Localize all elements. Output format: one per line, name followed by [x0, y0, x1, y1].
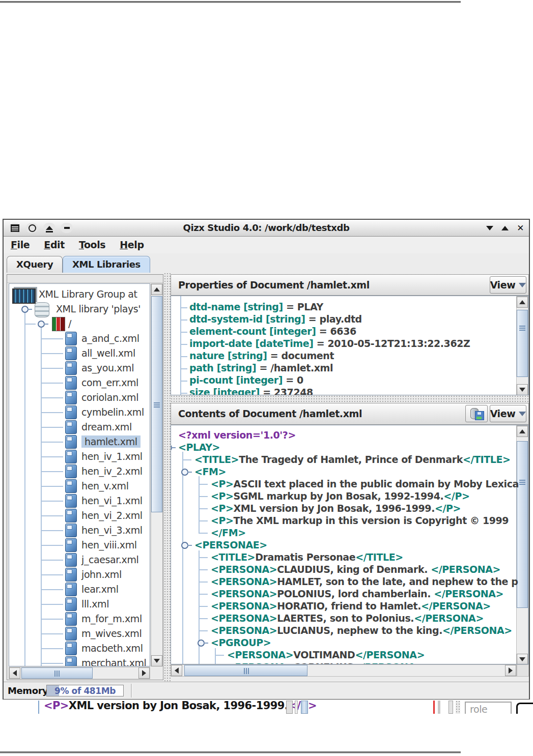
tree-item-lear.xml[interactable]: lear.xml [9, 582, 150, 597]
tree-item-lll.xml[interactable]: lll.xml [9, 597, 150, 612]
tree-item-XMLLibraryGroupat[interactable]: XML Library Group at [9, 287, 150, 302]
property-row-pi-count[interactable]: pi-count [integer] = 0 [171, 374, 528, 387]
xml-node-line[interactable]: </FM> [211, 527, 246, 539]
vertical-split-divider[interactable] [164, 273, 171, 682]
xml-node-line[interactable]: <?xml version='1.0'?> [178, 429, 296, 442]
menu-edit[interactable]: Edit [44, 239, 65, 250]
scroll-right-button[interactable] [505, 665, 516, 676]
xml-node-line[interactable]: <P>XML version by Jon Bosak, 1996-1999.<… [211, 503, 461, 515]
xml-node-line[interactable]: <PERSONA>HAMLET, son to the late, and ne… [211, 576, 518, 588]
tree-item-a_and_c.xml[interactable]: a_and_c.xml [9, 331, 150, 346]
xml-node-line[interactable]: <PGROUP> [211, 637, 271, 649]
export-button[interactable] [465, 405, 488, 422]
tree-item-hen_iv_2.xml[interactable]: hen_iv_2.xml [9, 464, 150, 479]
save-disk-icon [475, 411, 484, 420]
tree-item-j_caesar.xml[interactable]: j_caesar.xml [9, 553, 150, 567]
tree-item-cymbelin.xml[interactable]: cymbelin.xml [9, 405, 150, 420]
xml-node-line[interactable]: <P>ASCII text placed in the public domai… [211, 478, 519, 490]
tree-item-hen_v.xml[interactable]: hen_v.xml [9, 479, 150, 493]
tree-item-hen_viii.xml[interactable]: hen_viii.xml [9, 538, 150, 553]
tree-item-hen_vi_1.xml[interactable]: hen_vi_1.xml [9, 493, 150, 508]
tree-item-merchant.xml[interactable]: merchant.xml [9, 656, 150, 666]
tab-xml-libraries[interactable]: XML Libraries [63, 256, 150, 273]
xml-node-line[interactable]: <PERSONA>LUCIANUS, nephew to the king.</… [211, 625, 512, 637]
property-row-import-date[interactable]: import-date [dateTime] = 2010-05-12T21:1… [171, 338, 528, 350]
expand-handle-icon[interactable] [198, 639, 205, 647]
scroll-down-button[interactable] [517, 654, 528, 664]
xml-node-line[interactable]: <PERSONA>CLAUDIUS, king of Denmark. </PE… [211, 564, 500, 576]
scroll-down-button[interactable] [151, 655, 162, 666]
xml-node-line[interactable]: <PERSONA>HORATIO, friend to Hamlet.</PER… [211, 600, 491, 613]
roll-up-icon[interactable] [501, 226, 509, 230]
menu-tools[interactable]: Tools [79, 239, 105, 250]
contents-view-button[interactable]: View [490, 405, 526, 422]
property-row-dtd-name[interactable]: dtd-name [string] = PLAY [171, 301, 528, 313]
menu-file[interactable]: File [11, 239, 30, 250]
xml-node-line[interactable]: <PERSONA>POLONIUS, lord chamberlain. </P… [211, 588, 503, 600]
property-text: pi-count [integer] = 0 [189, 374, 303, 386]
tree-branch-line [42, 397, 63, 398]
tree-branch-line [42, 412, 63, 413]
tree-item-m_for_m.xml[interactable]: m_for_m.xml [9, 612, 150, 626]
contents-hscrollbar[interactable] [171, 664, 517, 677]
xml-node-line[interactable]: <TITLE>The Tragedy of Hamlet, Prince of … [194, 454, 511, 466]
xml-node-line[interactable]: <FM> [194, 466, 226, 478]
tab-xquery[interactable]: XQuery [7, 256, 63, 273]
tree-item-hen_vi_3.xml[interactable]: hen_vi_3.xml [9, 523, 150, 538]
tree-vscrollbar[interactable] [151, 283, 163, 666]
contents-vscrollbar[interactable] [516, 425, 528, 664]
expand-handle-icon[interactable] [21, 306, 29, 313]
tree-item-hen_iv_1.xml[interactable]: hen_iv_1.xml [9, 449, 150, 464]
property-row-size[interactable]: size [integer] = 237248 [171, 387, 528, 395]
tree-item-com_err.xml[interactable]: com_err.xml [9, 375, 150, 390]
tree-hscroll-thumb[interactable] [21, 667, 93, 679]
tree-item-coriolan.xml[interactable]: coriolan.xml [9, 390, 150, 405]
contents-vscroll-thumb[interactable] [517, 441, 528, 608]
expand-handle-icon[interactable] [171, 444, 172, 451]
tree-item-as_you.xml[interactable]: as_you.xml [9, 361, 150, 375]
xml-node-line[interactable]: <PERSONAE> [194, 539, 267, 551]
scroll-right-button[interactable] [138, 667, 150, 679]
roll-down-icon[interactable] [486, 226, 493, 230]
xml-node-line[interactable]: <P>SGML markup by Jon Bosak, 1992-1994.<… [211, 490, 469, 503]
property-row-nature[interactable]: nature [string] = document [171, 350, 528, 362]
horizontal-split-divider[interactable] [171, 395, 529, 403]
tree-branch-line [42, 427, 63, 428]
expand-handle-icon[interactable] [181, 542, 188, 549]
scroll-up-button[interactable] [517, 426, 528, 437]
xml-node-line[interactable]: <PLAY> [178, 442, 220, 454]
expand-handle-icon[interactable] [181, 469, 188, 476]
tree-item-all_well.xml[interactable]: all_well.xml [9, 346, 150, 361]
tree-item-XMLlibraryplays[interactable]: XML library 'plays' [9, 302, 150, 316]
contents-hscroll-thumb[interactable] [184, 665, 307, 676]
menu-help[interactable]: Help [120, 239, 144, 250]
properties-list: dtd-name [string] = PLAYdtd-system-id [s… [171, 296, 529, 395]
properties-view-button[interactable]: View [490, 276, 526, 294]
xml-node-line[interactable]: <TITLE>Dramatis Personae</TITLE> [211, 551, 403, 564]
property-row-path[interactable]: path [string] = /hamlet.xml [171, 362, 528, 374]
xml-node-line[interactable]: <PERSONA>VOLTIMAND</PERSONA> [227, 649, 425, 661]
tree-item-dream.xml[interactable]: dream.xml [9, 420, 150, 434]
document-icon [65, 494, 77, 508]
scroll-left-button[interactable] [9, 667, 20, 679]
tree-item-macbeth.xml[interactable]: macbeth.xml [9, 641, 150, 656]
scroll-left-button[interactable] [171, 665, 182, 676]
tree-item-m_wives.xml[interactable]: m_wives.xml [9, 626, 150, 641]
menu-bar: FileEditToolsHelp [4, 237, 529, 253]
tree-item-[interactable]: / [9, 316, 150, 331]
xml-node-line[interactable]: <P>The XML markup in this version is Cop… [211, 515, 509, 527]
clipped-role-box: role [465, 702, 512, 714]
property-row-element-count[interactable]: element-count [integer] = 6636 [171, 326, 528, 338]
tree-item-hamlet.xml[interactable]: hamlet.xml [9, 434, 150, 449]
tree-vscroll-thumb[interactable] [151, 296, 162, 512]
title-bar[interactable]: Qizx Studio 4.0: /work/db/testxdb ✕ [4, 220, 529, 237]
property-row-dtd-system-id[interactable]: dtd-system-id [string] = play.dtd [171, 313, 528, 326]
tree-item-hen_vi_2.xml[interactable]: hen_vi_2.xml [9, 508, 150, 523]
close-icon[interactable]: ✕ [517, 224, 524, 232]
tree-item-john.xml[interactable]: john.xml [9, 567, 150, 582]
xml-node-line[interactable]: <PERSONA>LAERTES, son to Polonius.</PERS… [211, 613, 484, 625]
expand-handle-icon[interactable] [38, 321, 45, 328]
tree-hscrollbar[interactable] [9, 667, 150, 679]
scroll-up-button[interactable] [151, 284, 162, 295]
library-tree: XML Library Group atXML library 'plays'/… [9, 283, 150, 666]
